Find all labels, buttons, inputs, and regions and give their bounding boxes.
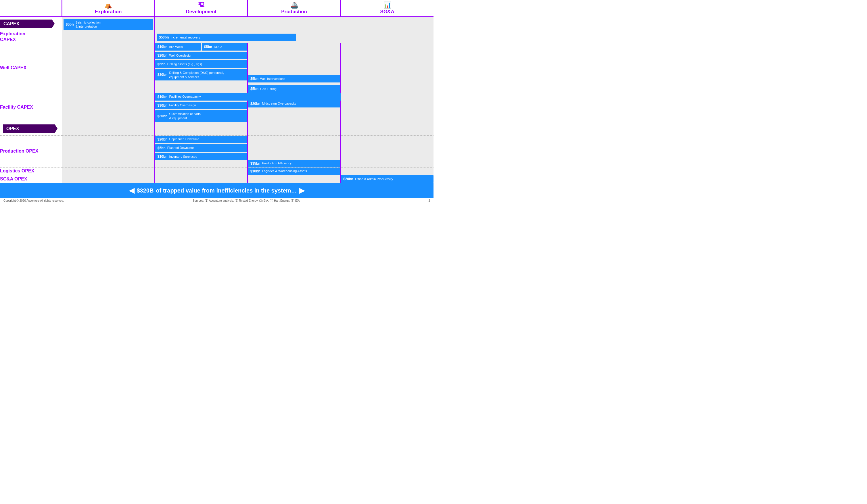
th-production: 🚢 Production (248, 0, 341, 17)
bar-facility-overdesign: $30bn Facility Overdesign (155, 102, 247, 109)
dev-well-col: $10bn Idle Wells $5bn DUCs $20bn Well Ov… (155, 43, 247, 93)
dev-facility-col: $10bn Facilities Overcapacity $30bn Faci… (155, 93, 247, 122)
production-header-icon: 🚢 (249, 1, 339, 9)
sga-well-col (341, 43, 434, 93)
bar-customization: $30bn Customization of parts& equipment (155, 110, 247, 122)
label-production-opex: Production OPEX (0, 135, 62, 167)
bar-production-efficiency: $35bn Production Efficiency (248, 160, 340, 167)
page: ⛺ Exploration 🏗 Development 🚢 Production… (0, 0, 434, 252)
bottom-bar-text: of trapped value from inefficiencies in … (156, 187, 297, 194)
explore-prod-opex-col (62, 135, 155, 167)
footer: Copyright © 2020 Accenture All rights re… (0, 198, 434, 204)
facility-capex-text: Facility CAPEX (0, 104, 62, 110)
copyright: Copyright © 2020 Accenture All rights re… (3, 199, 64, 202)
explore-sga-opex-col (62, 175, 155, 183)
prod-logistics-col: $10bn Logistics & Warehousing Assets (248, 167, 341, 175)
label-opex-banner: OPEX (0, 122, 62, 135)
th-exploration: ⛺ Exploration (62, 0, 155, 17)
bar-facilities-overcapacity-wrap: $10bn Facilities Overcapacity (155, 93, 341, 101)
opex-banner: OPEX (3, 124, 57, 133)
prod-prod-opex-col: $35bn Production Efficiency (248, 135, 341, 167)
exploration-capex-text: ExplorationCAPEX (0, 31, 62, 43)
explore-capex-col: $5bn Seismic collection& interpretation (62, 17, 155, 43)
bar-idle-wells: $10bn Idle Wells (155, 43, 201, 51)
bar-incremental: $50bn Incremental recovery (157, 34, 296, 41)
th-development: 🏗 Development (155, 0, 247, 17)
row-sga-opex: SG&A OPEX $20bn Office & Admin Productiv… (0, 175, 434, 183)
production-opex-text: Production OPEX (0, 148, 62, 154)
bar-ducs: $5bn DUCs (202, 43, 247, 51)
explore-capex-dev-col: $50bn Incremental recovery (155, 17, 434, 43)
th-blank (0, 0, 62, 17)
sga-header-title: SG&A (342, 9, 432, 15)
production-header-title: Production (249, 9, 339, 15)
bottom-bar: $320B of trapped value from inefficienci… (0, 183, 434, 198)
development-header-icon: 🏗 (157, 1, 246, 9)
dev-logistics-col (155, 167, 247, 175)
explore-facility-col (62, 93, 155, 122)
logistics-opex-text: Logistics OPEX (0, 168, 62, 174)
prod-sga-opex-col (248, 175, 341, 183)
bar-well-overdesign: $20bn Well Overdesign (155, 52, 247, 59)
row-opex-banner: OPEX (0, 122, 434, 135)
main-table: ⛺ Exploration 🏗 Development 🚢 Production… (0, 0, 434, 183)
sga-opex-text: SG&A OPEX (0, 176, 62, 182)
capex-banner: CAPEX (0, 20, 55, 28)
explore-well-col (62, 43, 155, 93)
row-facility-capex: Facility CAPEX $10bn Facilities Overcapa… (0, 93, 434, 122)
bar-seismic: $5bn Seismic collection& interpretation (64, 19, 153, 31)
page-number: 2 (428, 199, 430, 202)
sga-header-icon: 📊 (342, 1, 432, 9)
exploration-header-title: Exploration (64, 9, 153, 15)
bar-row-idle-ducs: $10bn Idle Wells $5bn DUCs (155, 43, 247, 51)
sga-prod-opex-col (341, 135, 434, 167)
label-exploration-capex: CAPEX ExplorationCAPEX (0, 17, 62, 43)
row-exploration-capex: CAPEX ExplorationCAPEX $5bn Seismic coll… (0, 17, 434, 43)
bar-facilities-overcapacity: $10bn Facilities Overcapacity (155, 93, 341, 101)
row-production-opex: Production OPEX $20bn Unplanned Downtime… (0, 135, 434, 167)
sources: Sources: (1) Accenture analysis, (2) Rys… (193, 199, 300, 202)
th-sga: 📊 SG&A (341, 0, 434, 17)
bar-well-interventions: $5bn Well Interventions (248, 75, 340, 83)
sga-logistics-col (341, 167, 434, 175)
bar-drilling-assets: $5bn Drilling assets (e.g., rigs) (155, 61, 247, 68)
development-header-title: Development (157, 9, 246, 15)
label-logistics-opex: Logistics OPEX (0, 167, 62, 175)
prod-well-col: $5bn Well Interventions $5bn Gas Flaring (248, 43, 341, 93)
label-sga-opex: SG&A OPEX (0, 175, 62, 183)
bar-office-admin: $20bn Office & Admin Productivity (341, 175, 434, 183)
sga-facility-col (341, 93, 434, 122)
explore-logistics-col (62, 167, 155, 175)
bar-dc-personnel: $30bn Drilling & Completion (D&C) person… (155, 69, 247, 81)
sga-sga-opex-col: $20bn Office & Admin Productivity (341, 175, 434, 183)
row-well-capex: Well CAPEX $10bn Idle Wells $5bn DUCs (0, 43, 434, 93)
bottom-bar-bold: $320B (137, 187, 153, 194)
exploration-header-icon: ⛺ (64, 1, 153, 9)
label-well-capex: Well CAPEX (0, 43, 62, 93)
row-logistics-opex: Logistics OPEX $10bn Logistics & Warehou… (0, 167, 434, 175)
well-capex-text: Well CAPEX (0, 65, 62, 71)
dev-prod-opex-col: $20bn Unplanned Downtime $5bn Planned Do… (155, 135, 247, 167)
bar-incremental-wrapper: $50bn Incremental recovery (157, 34, 296, 41)
bar-gas-flaring: $5bn Gas Flaring (248, 85, 340, 92)
label-facility-capex: Facility CAPEX (0, 93, 62, 122)
dev-sga-opex-col (155, 175, 247, 183)
